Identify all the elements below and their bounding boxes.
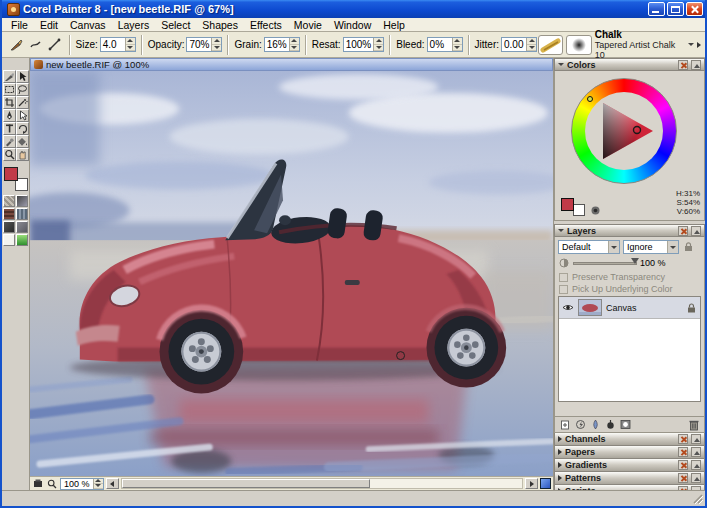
menu-file[interactable]: File bbox=[5, 18, 34, 32]
resat-spinner[interactable] bbox=[373, 38, 383, 51]
jitter-spinner[interactable] bbox=[526, 38, 536, 51]
papers-close-icon[interactable] bbox=[678, 447, 688, 457]
resize-grip[interactable] bbox=[691, 492, 704, 505]
patterns-chevron-icon[interactable] bbox=[691, 473, 701, 483]
front-color-swatch[interactable] bbox=[4, 167, 18, 181]
menu-layers[interactable]: Layers bbox=[112, 18, 156, 32]
rotate-page-tool[interactable] bbox=[16, 122, 29, 135]
title-bar[interactable]: Corel Painter 8 - [new beetle.RIF @ 67%] bbox=[2, 0, 705, 18]
layer-opacity-slider[interactable] bbox=[573, 262, 637, 265]
pattern-selector[interactable] bbox=[3, 208, 15, 220]
channels-chevron-icon[interactable] bbox=[691, 434, 701, 444]
papers-panel-header[interactable]: Papers bbox=[554, 446, 705, 459]
painting-canvas[interactable] bbox=[30, 71, 553, 476]
weave-selector[interactable] bbox=[16, 208, 28, 220]
brush-drawer-icon[interactable] bbox=[32, 478, 44, 490]
channels-close-icon[interactable] bbox=[678, 434, 688, 444]
size-spinner[interactable] bbox=[125, 38, 135, 51]
grain-spinner[interactable] bbox=[289, 38, 299, 51]
menu-window[interactable]: Window bbox=[328, 18, 377, 32]
magnifier-tool[interactable] bbox=[3, 148, 16, 161]
paper-selector[interactable] bbox=[3, 195, 15, 207]
jitter-input[interactable]: 0.00 bbox=[501, 37, 537, 52]
shape-selection-tool[interactable] bbox=[16, 109, 29, 122]
zoom-spinner[interactable] bbox=[93, 479, 103, 489]
menu-edit[interactable]: Edit bbox=[34, 18, 64, 32]
colors-chevron-icon[interactable] bbox=[691, 60, 701, 70]
look-selector[interactable] bbox=[3, 221, 15, 233]
rectangular-selection-tool[interactable] bbox=[3, 83, 16, 96]
dropper-tool[interactable] bbox=[3, 135, 16, 148]
close-button[interactable] bbox=[686, 2, 703, 16]
paint-bucket-tool[interactable] bbox=[16, 135, 29, 148]
scroll-left-button[interactable] bbox=[106, 478, 119, 489]
layers-collapse-icon[interactable] bbox=[558, 229, 564, 232]
gradients-close-icon[interactable] bbox=[678, 460, 688, 470]
opacity-spinner[interactable] bbox=[211, 38, 221, 51]
brush-category[interactable]: Chalk bbox=[595, 30, 685, 40]
brush-ghost-selector[interactable] bbox=[3, 234, 15, 246]
straight-line-stroke-icon[interactable] bbox=[45, 35, 65, 55]
nozzle-selector[interactable] bbox=[16, 221, 28, 233]
menu-help[interactable]: Help bbox=[377, 18, 411, 32]
channels-panel-header[interactable]: Channels bbox=[554, 433, 705, 446]
layer-lock-icon[interactable] bbox=[682, 241, 694, 253]
colors-panel-header[interactable]: Colors bbox=[554, 58, 705, 71]
propbar-overflow-icon[interactable] bbox=[697, 42, 701, 48]
patterns-expand-icon[interactable] bbox=[558, 475, 562, 481]
clone-color-icon[interactable] bbox=[589, 204, 601, 216]
dynamic-layer-icon[interactable] bbox=[574, 419, 586, 431]
layer-row-canvas[interactable]: Canvas bbox=[559, 297, 700, 319]
patterns-close-icon[interactable] bbox=[678, 473, 688, 483]
grain-input[interactable]: 16% bbox=[264, 37, 300, 52]
opacity-slider-thumb[interactable] bbox=[631, 258, 639, 264]
preserve-transparency-row[interactable]: Preserve Transparency bbox=[559, 272, 700, 282]
layers-panel-header[interactable]: Layers bbox=[554, 224, 705, 237]
composite-method-dropdown[interactable]: Default bbox=[558, 240, 620, 254]
grabber-hand-tool[interactable] bbox=[16, 148, 29, 161]
menu-shapes[interactable]: Shapes bbox=[196, 18, 244, 32]
scrollbar-thumb[interactable] bbox=[122, 479, 370, 488]
layers-chevron-icon[interactable] bbox=[691, 226, 701, 236]
text-tool[interactable] bbox=[3, 122, 16, 135]
bleed-input[interactable]: 0% bbox=[427, 37, 463, 52]
liquid-ink-layer-icon[interactable] bbox=[604, 419, 616, 431]
menu-effects[interactable]: Effects bbox=[244, 18, 288, 32]
brush-tool[interactable] bbox=[3, 70, 16, 83]
layer-visibility-eye-icon[interactable] bbox=[562, 302, 574, 314]
channels-expand-icon[interactable] bbox=[558, 436, 562, 442]
menu-movie[interactable]: Movie bbox=[288, 18, 328, 32]
brush-variant[interactable]: Tapered Artist Chalk 10 bbox=[595, 40, 685, 60]
window-info-icon[interactable] bbox=[540, 478, 551, 489]
papers-chevron-icon[interactable] bbox=[691, 447, 701, 457]
hue-ring[interactable] bbox=[571, 78, 677, 184]
pen-shape-tool[interactable] bbox=[3, 109, 16, 122]
front-color-swatch-small[interactable] bbox=[561, 198, 574, 211]
composite-depth-dropdown[interactable]: Ignore bbox=[623, 240, 679, 254]
back-color-swatch-small[interactable] bbox=[573, 204, 585, 216]
current-brush-tool-icon[interactable] bbox=[6, 35, 26, 55]
layer-adjuster-tool[interactable] bbox=[16, 70, 29, 83]
layer-mask-icon[interactable] bbox=[619, 419, 631, 431]
new-layer-icon[interactable] bbox=[559, 419, 571, 431]
layers-close-icon[interactable] bbox=[678, 226, 688, 236]
gradient-selector[interactable] bbox=[16, 195, 28, 207]
zoom-magnifier-icon[interactable] bbox=[46, 478, 58, 490]
colors-collapse-icon[interactable] bbox=[558, 63, 564, 66]
watercolor-layer-icon[interactable] bbox=[589, 419, 601, 431]
opacity-input[interactable]: 70% bbox=[186, 37, 222, 52]
delete-layer-trash-icon[interactable] bbox=[688, 419, 700, 431]
brush-stroke-preview[interactable] bbox=[538, 35, 563, 55]
patterns-panel-header[interactable]: Patterns bbox=[554, 472, 705, 485]
saturation-value-triangle[interactable] bbox=[585, 92, 663, 170]
preserve-transparency-checkbox[interactable] bbox=[559, 273, 568, 282]
scroll-right-button[interactable] bbox=[525, 478, 538, 489]
colors-close-icon[interactable] bbox=[678, 60, 688, 70]
zoom-level-input[interactable]: 100 % bbox=[60, 478, 104, 490]
gradients-chevron-icon[interactable] bbox=[691, 460, 701, 470]
lasso-tool[interactable] bbox=[16, 83, 29, 96]
minimize-button[interactable] bbox=[648, 2, 665, 16]
size-input[interactable]: 4.0 bbox=[100, 37, 136, 52]
maximize-button[interactable] bbox=[667, 2, 684, 16]
horizontal-scrollbar[interactable] bbox=[121, 478, 523, 489]
